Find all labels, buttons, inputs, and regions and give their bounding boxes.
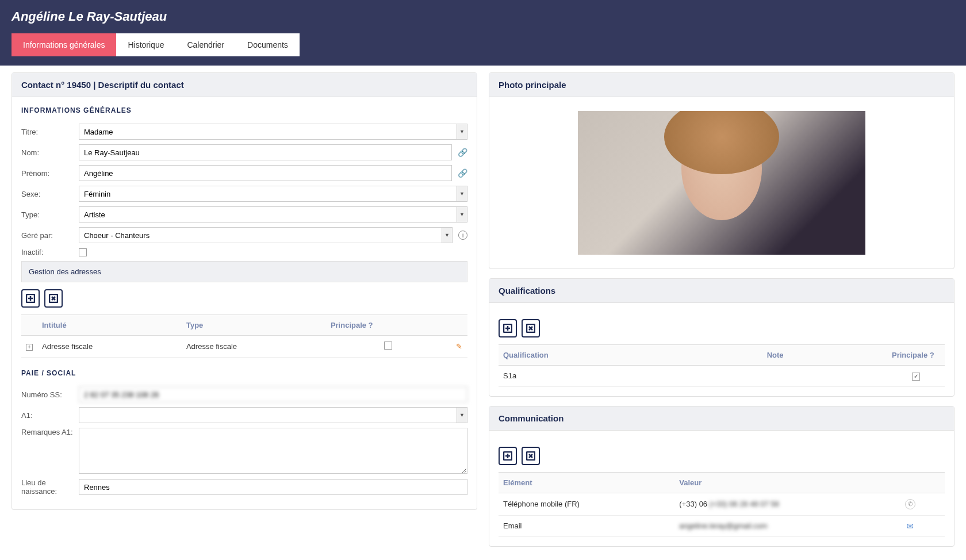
titre-label: Titre:: [21, 128, 73, 136]
photo-panel-header: Photo principale: [489, 73, 954, 97]
left-column: Contact n° 19450 | Descriptif du contact…: [12, 72, 477, 556]
a1-dropdown-icon[interactable]: ▼: [457, 408, 467, 423]
col-valeur[interactable]: Valeur: [674, 472, 899, 493]
qual-note: [762, 366, 887, 387]
qualifications-header: Qualifications: [489, 279, 954, 303]
phone-icon[interactable]: ✆: [905, 499, 915, 509]
qualifications-title: Qualifications: [499, 286, 945, 296]
address-add-button[interactable]: [21, 289, 40, 308]
comm-valeur: angeline.leray@gmail.com: [674, 515, 899, 536]
col-principale[interactable]: Principale ?: [326, 315, 450, 336]
qual-name: S1a: [499, 366, 762, 387]
nom-label: Nom:: [21, 148, 73, 157]
type-label: Type:: [21, 210, 73, 219]
contact-panel: Contact n° 19450 | Descriptif du contact…: [12, 72, 477, 510]
inactif-checkbox[interactable]: [79, 248, 87, 256]
field-lieunaissance: Lieu de naissance:: [21, 478, 467, 496]
x-box-icon: [526, 451, 535, 461]
titre-dropdown-icon[interactable]: ▼: [457, 124, 467, 139]
numeross-input[interactable]: [79, 386, 467, 402]
addresses-header: Gestion des adresses: [21, 261, 467, 282]
communication-add-button[interactable]: [499, 447, 517, 465]
sexe-dropdown-icon[interactable]: ▼: [457, 186, 467, 201]
type-input[interactable]: [79, 206, 467, 223]
gerepar-input[interactable]: [79, 227, 453, 243]
contact-panel-header: Contact n° 19450 | Descriptif du contact: [12, 73, 477, 97]
lieunaissance-label: Lieu de naissance:: [21, 478, 73, 496]
communication-panel: Communication Elément Valeur: [489, 406, 954, 547]
gerepar-dropdown-icon[interactable]: ▼: [442, 228, 452, 243]
address-principale-checkbox[interactable]: [384, 342, 392, 350]
section-label-info: INFORMATIONS GÉNÉRALES: [21, 106, 467, 114]
col-element[interactable]: Elément: [499, 472, 674, 493]
tab-historique[interactable]: Historique: [116, 33, 175, 56]
x-box-icon: [526, 324, 535, 333]
x-box-icon: [49, 294, 58, 303]
nom-link-icon[interactable]: 🔗: [458, 148, 467, 157]
sexe-label: Sexe:: [21, 190, 73, 198]
field-numeross: Numéro SS:: [21, 386, 467, 402]
address-delete-button[interactable]: [44, 289, 63, 308]
plus-icon: [503, 451, 512, 461]
qualification-add-button[interactable]: [499, 319, 517, 337]
sexe-input[interactable]: [79, 186, 467, 202]
content-area: Contact n° 19450 | Descriptif du contact…: [0, 66, 966, 560]
inactif-label: Inactif:: [21, 248, 73, 256]
col-note[interactable]: Note: [762, 345, 887, 366]
plus-icon: [503, 324, 512, 333]
col-intitule[interactable]: Intitulé: [37, 315, 182, 336]
table-row[interactable]: Téléphone mobile (FR) (+33) 06 (+33) 06 …: [499, 493, 945, 515]
communication-header: Communication: [489, 406, 954, 431]
qualifications-panel: Qualifications Qualification Note: [489, 278, 954, 397]
photo-panel-title: Photo principale: [499, 80, 945, 90]
communication-delete-button[interactable]: [522, 447, 540, 465]
qualification-delete-button[interactable]: [522, 319, 540, 337]
right-column: Photo principale Qualifications: [489, 72, 954, 556]
addresses-table: Intitulé Type Principale ? + Adresse fis…: [21, 314, 467, 358]
table-row[interactable]: Email angeline.leray@gmail.com ✉: [499, 515, 945, 536]
contact-panel-title: Contact n° 19450 | Descriptif du contact: [21, 80, 467, 90]
col-qual-principale[interactable]: Principale ?: [887, 345, 945, 366]
gerepar-info-icon[interactable]: i: [458, 231, 467, 240]
remarquesa1-label: Remarques A1:: [21, 428, 73, 436]
table-row[interactable]: + Adresse fiscale Adresse fiscale ✎: [21, 336, 467, 358]
remarquesa1-input[interactable]: [79, 428, 467, 474]
prenom-link-icon[interactable]: 🔗: [458, 168, 467, 178]
qual-principale-checkbox[interactable]: [912, 373, 920, 381]
address-type: Adresse fiscale: [182, 336, 326, 358]
field-titre: Titre: ▼: [21, 124, 467, 140]
table-row[interactable]: S1a: [499, 366, 945, 387]
prenom-input[interactable]: [79, 165, 452, 181]
a1-label: A1:: [21, 411, 73, 420]
tab-calendrier[interactable]: Calendrier: [175, 33, 236, 56]
field-inactif: Inactif:: [21, 248, 467, 256]
contact-photo[interactable]: [578, 111, 865, 255]
a1-input[interactable]: [79, 407, 467, 423]
lieunaissance-input[interactable]: [79, 479, 467, 495]
expand-icon[interactable]: +: [26, 344, 33, 351]
mail-icon[interactable]: ✉: [907, 521, 914, 531]
tab-bar: Informations générales Historique Calend…: [12, 33, 954, 56]
comm-valeur: (+33) 06 (+33) 06 28 48 07 58: [674, 493, 899, 515]
field-sexe: Sexe: ▼: [21, 186, 467, 202]
tab-documents[interactable]: Documents: [236, 33, 300, 56]
field-prenom: Prénom: 🔗: [21, 165, 467, 181]
qualifications-table: Qualification Note Principale ? S1a: [499, 344, 945, 387]
comm-element: Téléphone mobile (FR): [499, 493, 674, 515]
app-header: Angéline Le Ray-Sautjeau Informations gé…: [0, 0, 966, 66]
plus-icon: [26, 294, 35, 303]
communication-title: Communication: [499, 413, 945, 423]
field-gerepar: Géré par: ▼ i: [21, 227, 467, 243]
address-intitule: Adresse fiscale: [37, 336, 182, 358]
photo-panel: Photo principale: [489, 72, 954, 269]
tab-informations-generales[interactable]: Informations générales: [12, 33, 116, 56]
field-type: Type: ▼: [21, 206, 467, 223]
nom-input[interactable]: [79, 144, 452, 160]
type-dropdown-icon[interactable]: ▼: [457, 207, 467, 222]
section-label-paie: PAIE / SOCIAL: [21, 369, 467, 377]
col-type[interactable]: Type: [182, 315, 326, 336]
titre-input[interactable]: [79, 124, 467, 140]
field-remarquesa1: Remarques A1:: [21, 428, 467, 474]
edit-icon[interactable]: ✎: [456, 342, 462, 351]
col-qualification[interactable]: Qualification: [499, 345, 762, 366]
